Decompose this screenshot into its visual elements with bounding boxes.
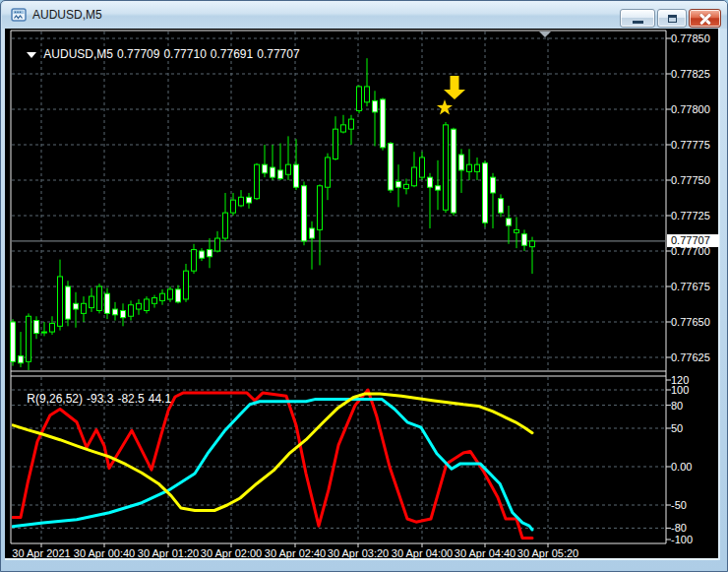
- chart-window-icon: [11, 7, 27, 23]
- price-chart-area[interactable]: [11, 31, 666, 371]
- close-button[interactable]: [689, 9, 721, 28]
- time-axis-scale[interactable]: [11, 543, 666, 558]
- maximize-icon: [668, 15, 677, 23]
- mt4-chart-window: AUDUSD,M5 AUDUSD,M50.777090.777100.77691…: [0, 0, 728, 572]
- window-title: AUDUSD,M5: [32, 8, 102, 22]
- minimize-button[interactable]: [620, 9, 655, 28]
- window-titlebar[interactable]: AUDUSD,M5: [2, 1, 728, 29]
- window-right-edge: [718, 29, 720, 560]
- close-icon: [699, 13, 711, 25]
- minimize-icon: [633, 21, 643, 24]
- indicator-panel-area[interactable]: [11, 376, 666, 543]
- maximize-button[interactable]: [657, 9, 687, 28]
- price-axis-scale[interactable]: [667, 31, 718, 543]
